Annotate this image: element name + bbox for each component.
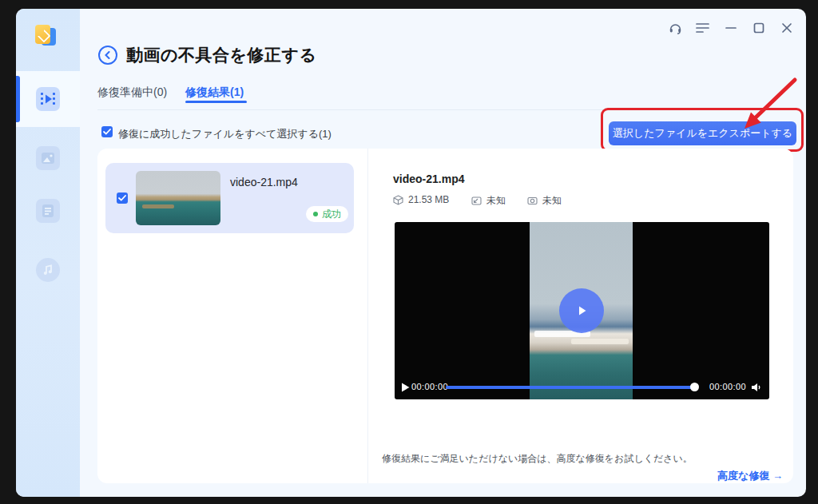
- panel-divider: [367, 149, 368, 483]
- select-all-checkbox[interactable]: [101, 126, 113, 137]
- desktop-background: 動画の不具合を修正する 修復準備中(0) 修復結果(1) 修復に成功したファイル…: [0, 0, 818, 504]
- player-play-icon[interactable]: [401, 381, 410, 395]
- sidebar-item-photo-repair[interactable]: [16, 130, 80, 186]
- app-logo-icon: [35, 25, 58, 47]
- sidebar-item-audio-repair[interactable]: [16, 242, 80, 298]
- file-repair-icon: [36, 199, 60, 223]
- sidebar-item-video-repair[interactable]: [16, 71, 80, 127]
- export-selected-button[interactable]: 選択したファイルをエクスポートする: [609, 121, 796, 145]
- advanced-repair-hint: 修復結果にご満足いただけない場合は、高度な修復をお試しください。: [382, 452, 693, 466]
- meta-camera: 未知: [527, 194, 562, 208]
- status-badge: 成功: [306, 206, 348, 222]
- progress-bar[interactable]: [446, 386, 697, 389]
- audio-repair-icon: [36, 258, 60, 282]
- select-all-label: 修復に成功したファイルをすべて選択する(1): [118, 127, 332, 141]
- resolution-icon: [471, 196, 482, 206]
- tabs-divider: [97, 109, 793, 110]
- total-time: 00:00:00: [709, 382, 746, 391]
- current-time: 00:00:00: [411, 382, 448, 391]
- player-controls: 00:00:00 00:00:00: [395, 379, 769, 395]
- play-button[interactable]: [559, 288, 604, 333]
- menu-icon[interactable]: [695, 20, 711, 36]
- page-title: 動画の不具合を修正する: [126, 44, 316, 66]
- meta-file-size: 21.53 MB: [393, 194, 449, 205]
- tab-repair-preparing[interactable]: 修復準備中(0): [97, 85, 167, 100]
- status-text: 成功: [322, 208, 341, 221]
- detail-file-name: video-21.mp4: [393, 173, 464, 185]
- minimize-icon[interactable]: [723, 20, 739, 36]
- meta-resolution: 未知: [471, 194, 506, 208]
- camera-value: 未知: [542, 194, 562, 208]
- tab-repair-results[interactable]: 修復結果(1): [185, 85, 244, 100]
- success-dot-icon: [313, 212, 318, 216]
- app-window: 動画の不具合を修正する 修復準備中(0) 修復結果(1) 修復に成功したファイル…: [16, 9, 806, 497]
- video-thumbnail: [136, 171, 220, 225]
- support-headphones-icon[interactable]: [667, 20, 683, 36]
- cube-icon: [393, 195, 403, 205]
- video-player[interactable]: 00:00:00 00:00:00: [395, 222, 769, 399]
- titlebar-controls: [667, 20, 795, 36]
- advanced-repair-link[interactable]: 高度な修復 →: [717, 469, 783, 483]
- file-checkbox[interactable]: [117, 192, 128, 204]
- active-tab-underline: [185, 101, 247, 103]
- file-size-value: 21.53 MB: [408, 194, 449, 205]
- volume-icon[interactable]: [751, 381, 762, 395]
- video-repair-icon: [36, 87, 60, 111]
- sidebar: [16, 9, 80, 497]
- file-list-item[interactable]: video-21.mp4 成功: [105, 163, 354, 233]
- maximize-icon[interactable]: [751, 20, 767, 36]
- resolution-value: 未知: [486, 194, 506, 208]
- file-name: video-21.mp4: [230, 176, 298, 189]
- progress-knob[interactable]: [690, 383, 699, 391]
- camera-icon: [527, 196, 538, 206]
- photo-repair-icon: [36, 146, 60, 170]
- sidebar-item-file-repair[interactable]: [16, 183, 80, 239]
- results-panel: video-21.mp4 成功 video-21.mp4 21.53 MB 未知: [97, 149, 793, 483]
- back-button[interactable]: [98, 46, 117, 65]
- close-icon[interactable]: [779, 20, 795, 36]
